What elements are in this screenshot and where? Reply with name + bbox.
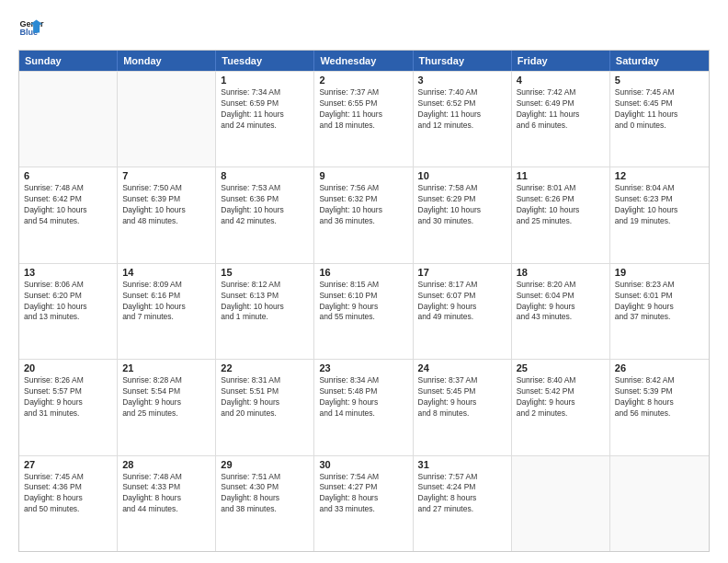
- cell-info: Sunrise: 7:57 AMSunset: 4:24 PMDaylight:…: [418, 472, 506, 516]
- cell-info: Sunrise: 7:54 AMSunset: 4:27 PMDaylight:…: [319, 472, 407, 516]
- cell-info: Sunrise: 8:23 AMSunset: 6:01 PMDaylight:…: [615, 280, 704, 324]
- cell-info: Sunrise: 7:53 AMSunset: 6:36 PMDaylight:…: [221, 183, 309, 227]
- cell-info: Sunrise: 8:28 AMSunset: 5:54 PMDaylight:…: [122, 375, 210, 419]
- cal-cell: 10Sunrise: 7:58 AMSunset: 6:29 PMDayligh…: [414, 167, 512, 262]
- cal-cell: 15Sunrise: 8:12 AMSunset: 6:13 PMDayligh…: [216, 264, 314, 359]
- cal-cell: 23Sunrise: 8:34 AMSunset: 5:48 PMDayligh…: [314, 360, 413, 454]
- day-number: 1: [221, 75, 309, 86]
- day-number: 25: [517, 362, 605, 373]
- day-number: 31: [418, 459, 506, 470]
- cal-cell: 20Sunrise: 8:26 AMSunset: 5:57 PMDayligh…: [19, 360, 118, 454]
- cal-cell: 12Sunrise: 8:04 AMSunset: 6:23 PMDayligh…: [610, 167, 709, 262]
- cal-cell: 28Sunrise: 7:48 AMSunset: 4:33 PMDayligh…: [118, 456, 216, 551]
- logo: General Blue: [18, 15, 44, 40]
- header-day-wednesday: Wednesday: [314, 51, 413, 71]
- cell-info: Sunrise: 8:09 AMSunset: 6:16 PMDaylight:…: [122, 280, 210, 324]
- cell-info: Sunrise: 7:40 AMSunset: 6:52 PMDaylight:…: [418, 87, 506, 132]
- cell-info: Sunrise: 7:37 AMSunset: 6:55 PMDaylight:…: [319, 87, 407, 132]
- cell-info: Sunrise: 7:51 AMSunset: 4:30 PMDaylight:…: [221, 472, 309, 516]
- day-number: 16: [319, 267, 407, 278]
- cell-info: Sunrise: 7:58 AMSunset: 6:29 PMDaylight:…: [418, 183, 506, 227]
- cal-cell: 14Sunrise: 8:09 AMSunset: 6:16 PMDayligh…: [118, 264, 216, 359]
- day-number: 15: [221, 267, 309, 278]
- cal-cell: 2Sunrise: 7:37 AMSunset: 6:55 PMDaylight…: [314, 72, 413, 167]
- week-row-0: 1Sunrise: 7:34 AMSunset: 6:59 PMDaylight…: [19, 71, 709, 167]
- cell-info: Sunrise: 8:31 AMSunset: 5:51 PMDaylight:…: [221, 375, 309, 419]
- cal-cell: 24Sunrise: 8:37 AMSunset: 5:45 PMDayligh…: [414, 360, 512, 454]
- header: General Blue: [18, 15, 710, 40]
- cal-cell: 16Sunrise: 8:15 AMSunset: 6:10 PMDayligh…: [314, 264, 413, 359]
- cal-cell: 30Sunrise: 7:54 AMSunset: 4:27 PMDayligh…: [314, 456, 413, 551]
- day-number: 9: [319, 170, 407, 181]
- week-row-1: 6Sunrise: 7:48 AMSunset: 6:42 PMDaylight…: [19, 167, 709, 262]
- cal-cell: 11Sunrise: 8:01 AMSunset: 6:26 PMDayligh…: [512, 167, 610, 262]
- calendar-header: SundayMondayTuesdayWednesdayThursdayFrid…: [19, 51, 709, 71]
- day-number: 7: [122, 170, 210, 181]
- cell-info: Sunrise: 8:01 AMSunset: 6:26 PMDaylight:…: [517, 183, 605, 227]
- day-number: 11: [517, 170, 605, 181]
- cell-info: Sunrise: 8:37 AMSunset: 5:45 PMDaylight:…: [418, 375, 506, 419]
- page: General Blue SundayMondayTuesdayWednesda…: [0, 0, 728, 563]
- cal-cell: [118, 72, 216, 167]
- cell-info: Sunrise: 7:34 AMSunset: 6:59 PMDaylight:…: [221, 87, 309, 132]
- cell-info: Sunrise: 8:17 AMSunset: 6:07 PMDaylight:…: [418, 280, 506, 324]
- day-number: 18: [517, 267, 605, 278]
- cell-info: Sunrise: 7:48 AMSunset: 4:33 PMDaylight:…: [122, 472, 210, 516]
- cal-cell: 3Sunrise: 7:40 AMSunset: 6:52 PMDaylight…: [414, 72, 512, 167]
- day-number: 5: [615, 75, 704, 86]
- day-number: 2: [319, 75, 407, 86]
- day-number: 12: [615, 170, 704, 181]
- cell-info: Sunrise: 8:40 AMSunset: 5:42 PMDaylight:…: [517, 375, 605, 419]
- cell-info: Sunrise: 7:42 AMSunset: 6:49 PMDaylight:…: [517, 87, 605, 132]
- cell-info: Sunrise: 8:06 AMSunset: 6:20 PMDaylight:…: [24, 280, 112, 324]
- cell-info: Sunrise: 8:15 AMSunset: 6:10 PMDaylight:…: [319, 280, 407, 324]
- cal-cell: 18Sunrise: 8:20 AMSunset: 6:04 PMDayligh…: [512, 264, 610, 359]
- logo-icon: General Blue: [18, 15, 44, 40]
- cal-cell: [512, 456, 610, 551]
- day-number: 20: [24, 362, 112, 373]
- day-number: 24: [418, 362, 506, 373]
- cal-cell: 19Sunrise: 8:23 AMSunset: 6:01 PMDayligh…: [610, 264, 709, 359]
- cal-cell: [610, 456, 709, 551]
- header-day-thursday: Thursday: [414, 51, 512, 71]
- day-number: 28: [122, 459, 210, 470]
- cell-info: Sunrise: 8:12 AMSunset: 6:13 PMDaylight:…: [221, 280, 309, 324]
- cal-cell: 31Sunrise: 7:57 AMSunset: 4:24 PMDayligh…: [414, 456, 512, 551]
- header-day-friday: Friday: [512, 51, 610, 71]
- cal-cell: 27Sunrise: 7:45 AMSunset: 4:36 PMDayligh…: [19, 456, 118, 551]
- week-row-2: 13Sunrise: 8:06 AMSunset: 6:20 PMDayligh…: [19, 263, 709, 359]
- cell-info: Sunrise: 8:34 AMSunset: 5:48 PMDaylight:…: [319, 375, 407, 419]
- day-number: 3: [418, 75, 506, 86]
- cal-cell: 1Sunrise: 7:34 AMSunset: 6:59 PMDaylight…: [216, 72, 314, 167]
- cal-cell: 6Sunrise: 7:48 AMSunset: 6:42 PMDaylight…: [19, 167, 118, 262]
- cell-info: Sunrise: 7:50 AMSunset: 6:39 PMDaylight:…: [122, 183, 210, 227]
- day-number: 26: [615, 362, 704, 373]
- header-day-sunday: Sunday: [19, 51, 118, 71]
- day-number: 10: [418, 170, 506, 181]
- cal-cell: [19, 72, 118, 167]
- cal-cell: 21Sunrise: 8:28 AMSunset: 5:54 PMDayligh…: [118, 360, 216, 454]
- day-number: 8: [221, 170, 309, 181]
- day-number: 14: [122, 267, 210, 278]
- week-row-3: 20Sunrise: 8:26 AMSunset: 5:57 PMDayligh…: [19, 359, 709, 454]
- day-number: 27: [24, 459, 112, 470]
- cell-info: Sunrise: 8:26 AMSunset: 5:57 PMDaylight:…: [24, 375, 112, 419]
- day-number: 6: [24, 170, 112, 181]
- cal-cell: 4Sunrise: 7:42 AMSunset: 6:49 PMDaylight…: [512, 72, 610, 167]
- calendar: SundayMondayTuesdayWednesdayThursdayFrid…: [18, 50, 710, 552]
- cal-cell: 9Sunrise: 7:56 AMSunset: 6:32 PMDaylight…: [314, 167, 413, 262]
- cal-cell: 7Sunrise: 7:50 AMSunset: 6:39 PMDaylight…: [118, 167, 216, 262]
- cal-cell: 22Sunrise: 8:31 AMSunset: 5:51 PMDayligh…: [216, 360, 314, 454]
- day-number: 13: [24, 267, 112, 278]
- cell-info: Sunrise: 7:45 AMSunset: 6:45 PMDaylight:…: [615, 87, 704, 132]
- cell-info: Sunrise: 8:04 AMSunset: 6:23 PMDaylight:…: [615, 183, 704, 227]
- day-number: 4: [517, 75, 605, 86]
- week-row-4: 27Sunrise: 7:45 AMSunset: 4:36 PMDayligh…: [19, 455, 709, 551]
- day-number: 21: [122, 362, 210, 373]
- cal-cell: 26Sunrise: 8:42 AMSunset: 5:39 PMDayligh…: [610, 360, 709, 454]
- cell-info: Sunrise: 7:45 AMSunset: 4:36 PMDaylight:…: [24, 472, 112, 516]
- header-day-tuesday: Tuesday: [216, 51, 314, 71]
- cal-cell: 29Sunrise: 7:51 AMSunset: 4:30 PMDayligh…: [216, 456, 314, 551]
- cell-info: Sunrise: 7:48 AMSunset: 6:42 PMDaylight:…: [24, 183, 112, 227]
- cal-cell: 5Sunrise: 7:45 AMSunset: 6:45 PMDaylight…: [610, 72, 709, 167]
